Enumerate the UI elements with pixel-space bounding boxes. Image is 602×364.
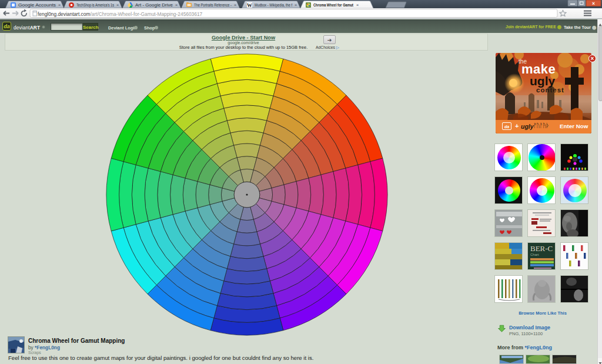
svg-text:Chart: Chart (530, 253, 539, 256)
svg-text:BER-C: BER-C (530, 244, 553, 253)
